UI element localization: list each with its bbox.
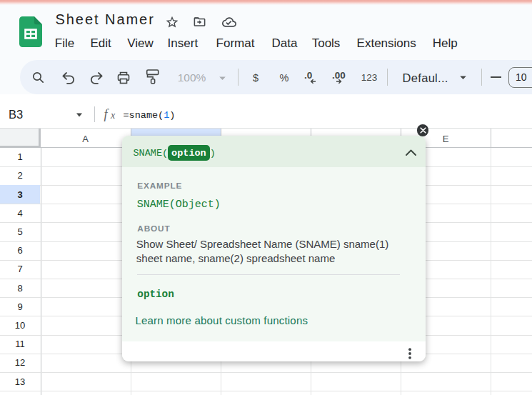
svg-text:.00: .00 (332, 70, 346, 81)
svg-text:.0: .0 (304, 70, 312, 81)
